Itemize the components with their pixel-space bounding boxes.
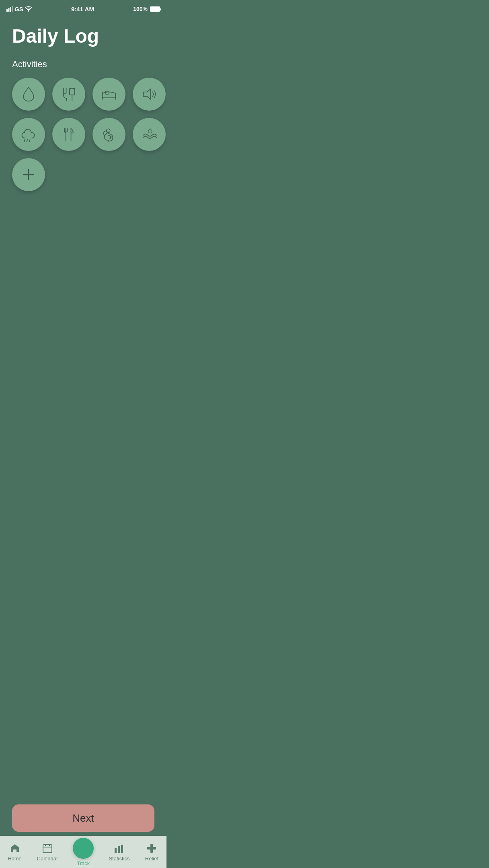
svg-rect-3 [12,6,13,12]
main-content: Daily Log Activities [0,18,166,231]
status-battery: 100% [133,6,160,12]
activities-label: Activities [12,59,154,70]
svg-point-12 [107,129,110,132]
svg-marker-7 [143,89,150,99]
eye-drop-icon [140,126,158,143]
page-title: Daily Log [12,26,154,47]
status-time: 9:41 AM [71,6,94,12]
svg-line-9 [27,140,27,142]
activities-grid-row2 [12,118,154,151]
cloud-rain-icon [20,126,37,143]
activities-grid-row1 [12,78,154,111]
food-drink-icon [60,85,78,103]
plus-icon [20,166,37,183]
svg-rect-1 [8,8,10,12]
brain-icon [100,126,118,143]
activity-eating-button[interactable] [52,118,85,151]
activity-noise-button[interactable] [133,78,166,111]
activity-sleep-button[interactable] [92,78,125,111]
activity-food-button[interactable] [52,78,85,111]
bed-icon [100,85,118,103]
svg-point-13 [108,140,109,142]
svg-point-4 [28,10,29,11]
status-bar: GS 9:41 AM 100% [0,0,166,18]
battery-icon [150,6,160,12]
fork-knife-icon [60,126,78,143]
drop-icon [20,85,37,103]
activity-water-button[interactable] [12,78,45,111]
speaker-icon [140,85,158,103]
activity-eyedrop-button[interactable] [133,118,166,151]
status-signal: GS [6,6,32,12]
add-activity-button[interactable] [12,158,45,191]
svg-line-10 [29,140,30,142]
add-activity-row [12,158,154,191]
svg-line-8 [24,140,25,142]
activity-weather-button[interactable] [12,118,45,151]
svg-rect-0 [6,9,8,12]
svg-rect-2 [10,7,11,12]
activity-mental-button[interactable] [92,118,125,151]
